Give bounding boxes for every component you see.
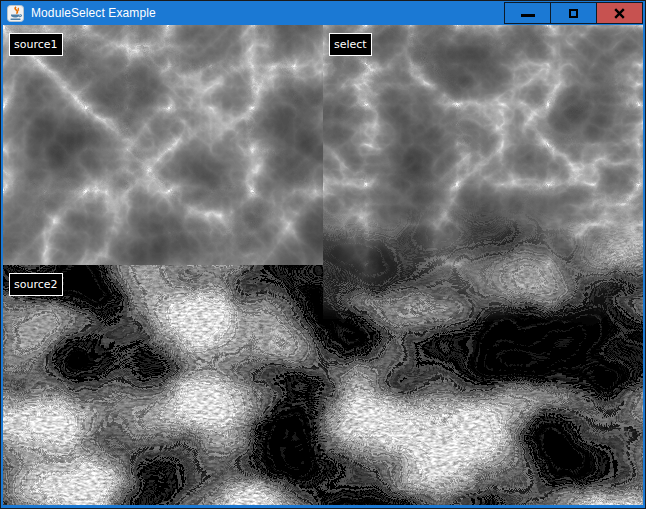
label-select: select	[329, 33, 372, 56]
maximize-button[interactable]	[550, 2, 597, 24]
title-bar[interactable]: ModuleSelect Example	[1, 1, 645, 25]
texture-source2	[3, 265, 323, 505]
minimize-button[interactable]	[504, 2, 551, 24]
app-window: ModuleSelect Example	[0, 0, 646, 509]
minimize-icon	[521, 14, 535, 17]
close-button[interactable]	[596, 2, 643, 24]
close-icon	[613, 7, 626, 20]
window-controls	[505, 2, 643, 24]
noise-canvas: source1 select source2	[3, 25, 643, 505]
texture-source1	[3, 25, 323, 265]
noise-render	[3, 25, 643, 505]
window-border-bottom	[1, 505, 645, 508]
label-source1: source1	[9, 33, 63, 56]
java-icon	[7, 5, 24, 22]
window-border-left	[1, 25, 3, 505]
label-source2: source2	[9, 273, 63, 296]
window-title: ModuleSelect Example	[31, 1, 156, 25]
maximize-icon	[569, 9, 578, 18]
window-border-right	[643, 25, 645, 505]
